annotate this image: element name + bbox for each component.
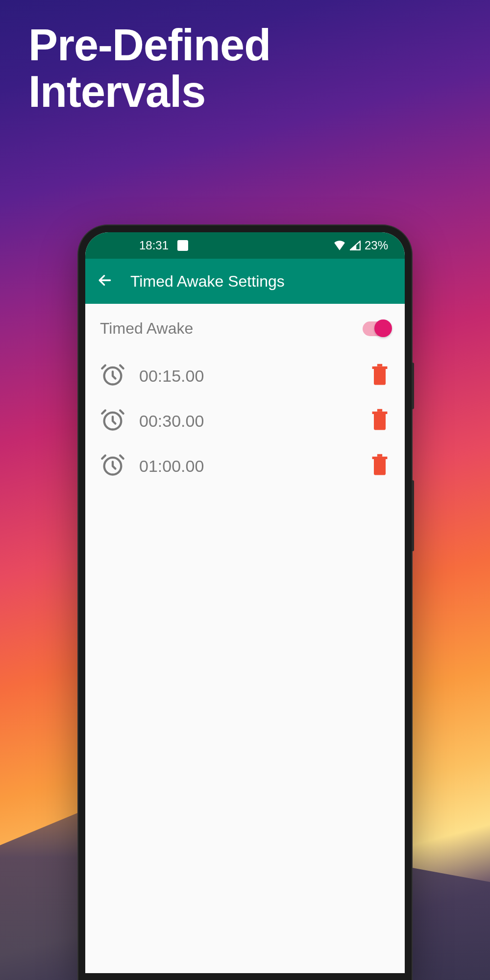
toggle-label: Timed Awake — [100, 319, 193, 338]
timed-awake-toggle[interactable] — [363, 321, 390, 336]
phone-screen: 18:31 23% — [85, 232, 405, 973]
app-bar: Timed Awake Settings — [85, 259, 405, 304]
interval-row: 00:30.00 — [85, 398, 405, 443]
back-button[interactable] — [97, 272, 113, 290]
wifi-icon — [333, 241, 346, 250]
picture-icon — [177, 240, 188, 251]
promo-headline: Pre-Defined Intervals — [28, 22, 270, 115]
toggle-knob — [374, 319, 392, 337]
interval-time: 00:15.00 — [139, 367, 204, 386]
delete-button[interactable] — [369, 363, 390, 389]
content-area: Timed Awake 00:15.00 — [85, 304, 405, 489]
phone-frame: 18:31 23% — [78, 225, 412, 980]
interval-time: 01:00.00 — [139, 457, 204, 476]
status-right: 23% — [333, 239, 388, 252]
interval-left[interactable]: 00:30.00 — [100, 407, 204, 435]
status-left: 18:31 — [139, 239, 188, 252]
app-title: Timed Awake Settings — [130, 272, 285, 291]
alarm-clock-icon — [100, 452, 125, 480]
timed-awake-toggle-row: Timed Awake — [85, 304, 405, 353]
interval-left[interactable]: 00:15.00 — [100, 362, 204, 390]
headline-line1: Pre-Defined — [28, 22, 270, 69]
headline-line2: Intervals — [28, 69, 270, 115]
alarm-clock-icon — [100, 407, 125, 435]
signal-icon — [350, 241, 361, 250]
status-battery: 23% — [365, 239, 388, 252]
interval-time: 00:30.00 — [139, 412, 204, 431]
delete-button[interactable] — [369, 453, 390, 479]
delete-button[interactable] — [369, 408, 390, 434]
alarm-clock-icon — [100, 362, 125, 390]
interval-row: 00:15.00 — [85, 353, 405, 398]
status-bar: 18:31 23% — [85, 232, 405, 259]
phone-side-button — [412, 363, 414, 409]
phone-side-button — [412, 480, 414, 551]
status-time: 18:31 — [139, 239, 169, 252]
interval-row: 01:00.00 — [85, 443, 405, 489]
interval-left[interactable]: 01:00.00 — [100, 452, 204, 480]
